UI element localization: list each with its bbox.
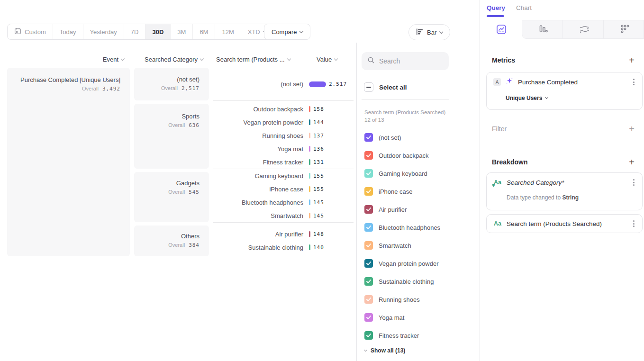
chart-type-dropdown[interactable]: Bar (408, 24, 450, 40)
event-sparkle-icon (506, 77, 513, 87)
chevron-down-icon (200, 56, 204, 60)
chevron-down-icon (364, 348, 367, 352)
add-breakdown-button[interactable]: + (629, 158, 635, 166)
table-row[interactable]: Vegan protein powder144 (213, 116, 354, 129)
date-range-custom[interactable]: Custom (8, 24, 53, 39)
checkbox-checked-icon (364, 295, 373, 304)
value-bar (309, 231, 310, 237)
group-divider (213, 100, 354, 101)
filter-item[interactable]: Bluetooth headphones (364, 218, 440, 236)
chevron-down-icon (334, 56, 338, 60)
string-type-icon: Aa✱ (493, 179, 502, 186)
category-cell-sports[interactable]: Sports Overall636 (134, 104, 209, 169)
checkbox-checked-icon (364, 205, 373, 214)
value-bar (309, 106, 310, 112)
checkbox-checked-icon (364, 277, 373, 286)
value-bar (309, 244, 310, 250)
breakdown-card-searched-category[interactable]: Aa✱ Searched Category* Data type changed… (486, 172, 643, 210)
filter-section-header: Filter + (492, 125, 635, 133)
kebab-menu-icon[interactable] (632, 178, 635, 187)
checkbox-checked-icon (364, 169, 373, 178)
show-all-button[interactable]: Show all (13) (364, 347, 405, 354)
filter-item[interactable]: Air purifier (364, 200, 440, 218)
column-header-event[interactable]: Event (7, 55, 124, 63)
date-range-7d[interactable]: 7D (124, 24, 146, 39)
table-row[interactable]: Gaming keyboard155 (213, 169, 354, 182)
metric-card[interactable]: A Purchase Completed Unique Users (486, 72, 643, 110)
filter-item[interactable]: Gaming keyboard (364, 164, 440, 182)
value-bar (309, 146, 310, 152)
term-group-others: Air purifier148 Sustainable clothing140 (213, 227, 354, 254)
table-row[interactable]: Fitness tracker131 (213, 155, 354, 169)
column-header-search-term[interactable]: Search term (Products ... (216, 55, 290, 63)
funnels-icon[interactable] (538, 24, 548, 36)
checkbox-checked-icon (364, 313, 373, 322)
category-cell-others[interactable]: Others Overall384 (134, 226, 209, 256)
kebab-menu-icon[interactable] (632, 219, 635, 228)
breakdown-card-search-term[interactable]: Aa Search term (Products Searched) (486, 214, 643, 233)
filter-item[interactable]: Outdoor backpack (364, 146, 440, 164)
table-row[interactable]: Air purifier148 (213, 227, 354, 241)
value-bar (309, 119, 310, 125)
column-header-searched-category[interactable]: Searched Category (134, 55, 203, 63)
bar-chart-icon (416, 28, 424, 36)
table-row[interactable]: (not set) 2,517 (213, 78, 354, 91)
checkbox-checked-icon (364, 241, 373, 250)
table-row[interactable]: Outdoor backpack158 (213, 102, 354, 116)
date-range-selector: Custom Today Yesterday 7D 30D 3M 6M 12M … (7, 24, 273, 40)
table-row[interactable]: Bluetooth headphones145 (213, 196, 354, 209)
filter-item[interactable]: Yoga mat (364, 308, 440, 326)
add-metric-button[interactable]: + (629, 56, 635, 64)
date-range-3m[interactable]: 3M (171, 24, 193, 39)
breakdown-section-header: Breakdown + (492, 158, 635, 166)
table-row[interactable]: iPhone case155 (213, 182, 354, 196)
filter-item[interactable]: Running shoes (364, 290, 440, 308)
date-range-30d[interactable]: 30D (145, 24, 171, 39)
filter-item[interactable]: Fitness tracker (364, 326, 440, 344)
date-range-yesterday[interactable]: Yesterday (83, 24, 124, 39)
date-range-12m[interactable]: 12M (215, 24, 241, 39)
retention-icon[interactable] (620, 24, 630, 36)
checkbox-indeterminate-icon[interactable] (364, 82, 373, 92)
value-bar (309, 213, 310, 218)
insights-icon[interactable] (496, 24, 507, 36)
category-cell-not-set[interactable]: (not set) Overall2,517 (134, 68, 209, 100)
chart-type-tabs (481, 20, 644, 39)
term-group-gadgets: Gaming keyboard155 iPhone case155 Blueto… (213, 169, 354, 222)
calendar-icon (14, 27, 21, 36)
legend-filter-panel: Select all Search term (Products Searche… (356, 43, 480, 361)
table-row[interactable]: Sustainable clothing140 (213, 241, 354, 254)
date-range-today[interactable]: Today (53, 24, 83, 39)
column-header-value[interactable]: Value (317, 55, 337, 63)
chevron-down-icon (299, 29, 303, 33)
search-input[interactable] (379, 57, 441, 65)
filter-item[interactable]: iPhone case (364, 182, 440, 200)
kebab-menu-icon[interactable] (632, 78, 635, 86)
table-row[interactable]: Running shoes137 (213, 129, 354, 142)
search-box[interactable] (362, 52, 449, 70)
tab-chart[interactable]: Chart (516, 4, 532, 11)
event-cell[interactable]: Purchase Completed [Unique Users] Overal… (7, 68, 130, 256)
checkbox-checked-icon (364, 223, 373, 232)
data-type-note: Data type changed to String (507, 194, 579, 201)
value-bar (309, 173, 310, 179)
compare-button[interactable]: Compare (264, 24, 310, 40)
event-overall-value: 3,492 (102, 85, 120, 93)
value-bar (309, 159, 310, 165)
filter-item[interactable]: Vegan protein powder (364, 254, 440, 272)
flows-icon[interactable] (579, 24, 590, 36)
filter-item[interactable]: (not set) (364, 128, 440, 146)
tab-query[interactable]: Query (487, 4, 505, 11)
date-range-6m[interactable]: 6M (193, 24, 215, 39)
filter-group-label: Search term (Products Searched) 12 of 13 (364, 108, 446, 124)
table-row[interactable]: Yoga mat136 (213, 142, 354, 155)
category-cell-gadgets[interactable]: Gadgets Overall545 (134, 172, 209, 222)
table-row[interactable]: Smartwatch145 (213, 209, 354, 222)
filter-item[interactable]: Sustainable clothing (364, 272, 440, 290)
add-filter-button[interactable]: + (629, 125, 635, 133)
checkbox-checked-icon (364, 133, 373, 142)
filter-item[interactable]: Smartwatch (364, 236, 440, 254)
select-all-row[interactable]: Select all (364, 82, 407, 92)
counting-method[interactable]: Unique Users (506, 95, 542, 101)
metric-name: Purchase Completed (518, 79, 627, 86)
